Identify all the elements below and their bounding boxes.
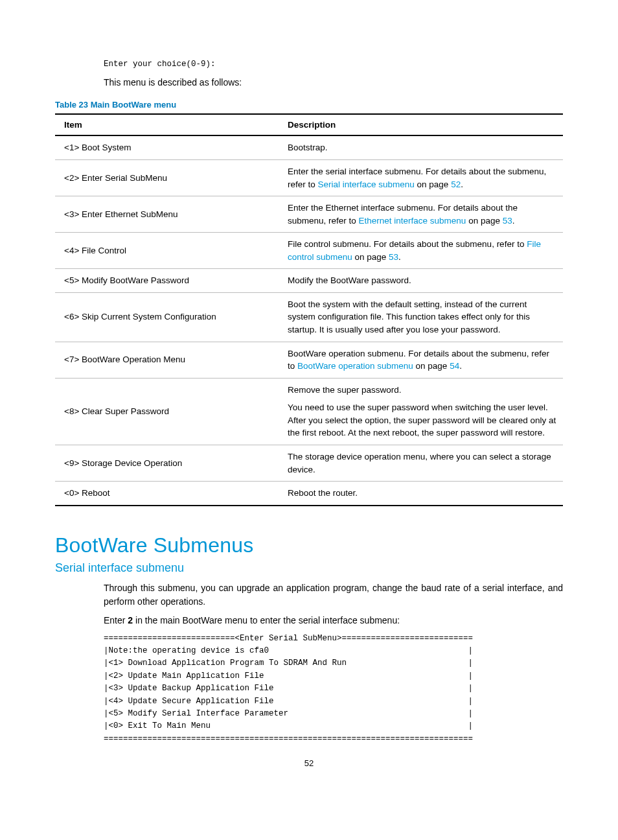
table-row: <6> Skip Current System Configuration Bo…: [55, 292, 563, 342]
table-row: <2> Enter Serial SubMenu Enter the seria…: [55, 159, 563, 196]
code-line: |<0> Exit To Main Menu |: [104, 720, 563, 732]
heading-bootware-submenus: BootWare Submenus: [55, 533, 563, 557]
code-line: ===========================<Enter Serial…: [104, 633, 563, 645]
table-row: <5> Modify BootWare Password Modify the …: [55, 269, 563, 293]
code-line: |<1> Download Application Program To SDR…: [104, 657, 563, 670]
table-row: <8> Clear Super Password Remove the supe…: [55, 378, 563, 445]
cell-item: <2> Enter Serial SubMenu: [55, 159, 279, 196]
table-row: <7> BootWare Operation Menu BootWare ope…: [55, 342, 563, 378]
cell-desc: Enter the serial interface submenu. For …: [279, 159, 563, 196]
cell-desc: Modify the BootWare password.: [279, 269, 563, 293]
cell-item: <4> File Control: [55, 233, 279, 269]
cell-item: <7> BootWare Operation Menu: [55, 342, 279, 378]
cell-desc: Remove the super password. You need to u…: [279, 378, 563, 445]
cell-desc: File control submenu. For details about …: [279, 233, 563, 269]
cell-item: <5> Modify BootWare Password: [55, 269, 279, 293]
cell-desc: Reboot the router.: [279, 482, 563, 506]
code-line: ========================================…: [104, 733, 563, 745]
th-description: Description: [279, 114, 563, 135]
cell-desc: The storage device operation menu, where…: [279, 445, 563, 481]
code-line: |<4> Update Secure Application File |: [104, 695, 563, 708]
cell-item: <0> Reboot: [55, 482, 279, 506]
table-caption: Table 23 Main BootWare menu: [55, 100, 563, 110]
heading-serial-submenu: Serial interface submenu: [55, 561, 563, 575]
cell-item: <3> Enter Ethernet SubMenu: [55, 196, 279, 233]
cell-item: <8> Clear Super Password: [55, 378, 279, 445]
cell-desc: Enter the Ethernet interface submenu. Fo…: [279, 196, 563, 233]
page-number: 52: [55, 758, 563, 768]
table-row: <1> Boot System Bootstrap.: [55, 135, 563, 159]
intro-text: This menu is described as follows:: [104, 76, 563, 89]
page-container: Enter your choice(0-9): This menu is des…: [0, 0, 618, 794]
paragraph-serial-desc: Through this submenu, you can upgrade an…: [104, 581, 563, 609]
bootware-table: Item Description <1> Boot System Bootstr…: [55, 113, 563, 506]
cell-desc: BootWare operation submenu. For details …: [279, 342, 563, 378]
link-ethernet-submenu[interactable]: Ethernet interface submenu: [359, 216, 466, 226]
th-item: Item: [55, 114, 279, 135]
cell-item: <9> Storage Device Operation: [55, 445, 279, 481]
link-page-53[interactable]: 53: [503, 216, 512, 226]
link-page-54[interactable]: 54: [450, 361, 459, 371]
cell-item: <6> Skip Current System Configuration: [55, 292, 279, 342]
paragraph-enter-2: Enter 2 in the main BootWare menu to ent…: [104, 614, 563, 627]
cell-item: <1> Boot System: [55, 135, 279, 159]
link-page-53b[interactable]: 53: [389, 252, 398, 262]
table-row: <0> Reboot Reboot the router.: [55, 482, 563, 506]
link-page-52[interactable]: 52: [451, 180, 461, 189]
cell-desc: Bootstrap.: [279, 135, 563, 159]
table-row: <4> File Control File control submenu. F…: [55, 233, 563, 269]
code-line: |<2> Update Main Application File |: [104, 670, 563, 682]
table-row: <9> Storage Device Operation The storage…: [55, 445, 563, 481]
serial-submenu-block: ===========================<Enter Serial…: [104, 633, 563, 745]
cell-desc: Boot the system with the default setting…: [279, 292, 563, 342]
table-header-row: Item Description: [55, 114, 563, 135]
code-line: |<3> Update Backup Application File |: [104, 682, 563, 695]
code-line: |<5> Modify Serial Interface Parameter |: [104, 708, 563, 720]
table-row: <3> Enter Ethernet SubMenu Enter the Eth…: [55, 196, 563, 233]
code-line: |Note:the operating device is cfa0 |: [104, 645, 563, 657]
link-bootware-op-submenu[interactable]: BootWare operation submenu: [297, 361, 413, 371]
prompt-line: Enter your choice(0-9):: [104, 58, 563, 71]
link-serial-submenu[interactable]: Serial interface submenu: [317, 180, 414, 189]
